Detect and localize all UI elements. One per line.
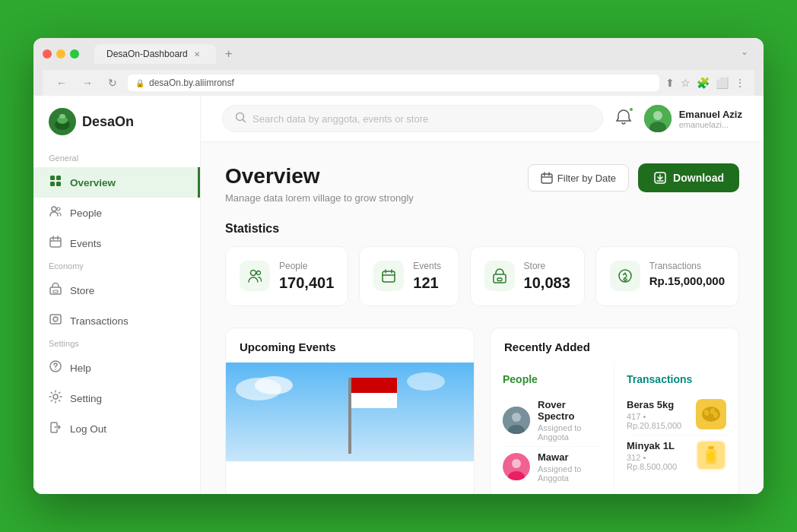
stat-card-transactions: Transactions Rp.15,000,000 [595, 246, 739, 306]
logo-area: DesaOn [33, 108, 200, 150]
stats-grid: People 170,401 [225, 246, 739, 306]
browser-chrome: DesaOn-Dashboard ✕ + ⌄ ← → ↻ 🔒 desaOn.by… [33, 38, 764, 96]
stat-events-info: Events 121 [413, 261, 441, 292]
stat-store-icon [491, 268, 508, 284]
economy-section-label: Economy [33, 258, 200, 275]
sidebar-item-logout[interactable]: Log Out [33, 413, 200, 444]
maximize-window-button[interactable] [70, 49, 79, 59]
recently-person-info-1: Mawar Assigned to Anggota [538, 451, 602, 483]
recently-person-avatar-1 [503, 453, 530, 480]
svg-rect-26 [383, 271, 395, 282]
sidebar-item-setting[interactable]: Setting [33, 383, 200, 413]
recently-transaction-sub-1: 312 • Rp.8,500,000 [627, 453, 688, 471]
address-bar[interactable]: 🔒 desaOn.by.aliimronsf [128, 74, 659, 91]
extensions-icon[interactable]: 🧩 [697, 77, 710, 89]
sidebar-item-label-transactions: Transactions [70, 315, 129, 327]
stat-people-icon-wrap [240, 261, 270, 291]
bookmark-icon[interactable]: ☆ [681, 77, 691, 89]
close-window-button[interactable] [43, 49, 52, 59]
back-button[interactable]: ← [52, 75, 71, 90]
page-actions: Filter by Date Download [528, 163, 739, 192]
svg-rect-35 [351, 378, 397, 393]
recently-people-col: People [491, 363, 614, 494]
sidebar: DesaOn General Overview [33, 96, 201, 494]
recently-transaction-name-0: Beras 5kg [627, 399, 688, 410]
stat-store-label: Store [524, 261, 570, 271]
svg-rect-6 [50, 182, 55, 186]
nav-bar: ← → ↻ 🔒 desaOn.by.aliimronsf ⬆ ☆ 🧩 ⬜ ⋮ [43, 70, 754, 96]
browser-window: DesaOn-Dashboard ✕ + ⌄ ← → ↻ 🔒 desaOn.by… [33, 38, 764, 494]
recently-transaction-name-1: Minyak 1L [627, 440, 688, 451]
stat-transactions-value: Rp.15,000,000 [649, 274, 725, 287]
tab-close-button[interactable]: ✕ [194, 50, 200, 59]
notification-badge [628, 106, 634, 112]
window-controls: ⌄ [741, 46, 754, 62]
tabs-row: DesaOn-Dashboard ✕ + [94, 44, 238, 64]
filter-by-date-button[interactable]: Filter by Date [528, 164, 629, 192]
recently-transaction-thumb-1 [696, 440, 726, 470]
upcoming-events-card: Upcoming Events [225, 328, 475, 494]
svg-rect-36 [351, 393, 397, 408]
svg-rect-49 [708, 446, 714, 449]
recently-transaction-item-0: Beras 5kg 417 • Rp.20,815,000 [627, 394, 726, 435]
notification-button[interactable] [615, 109, 632, 129]
svg-rect-13 [50, 315, 61, 324]
stat-people-info: People 170,401 [279, 261, 334, 292]
logo-icon [49, 108, 76, 135]
avatar-person-0 [503, 407, 530, 434]
user-area[interactable]: Emanuel Aziz emanuelazi... [644, 105, 742, 132]
event-image [226, 363, 474, 461]
new-tab-button[interactable]: + [219, 44, 238, 64]
recently-transaction-info-0: Beras 5kg 417 • Rp.20,815,000 [627, 399, 688, 430]
sidebar-item-store[interactable]: Store [33, 275, 200, 306]
people-icon [49, 204, 62, 221]
page-content: Overview Manage data lorem village to gr… [201, 142, 764, 494]
svg-point-17 [53, 394, 58, 399]
sidebar-item-help[interactable]: Help [33, 353, 200, 383]
main-area: Search data by anggota, events or store [201, 96, 764, 494]
avatar [644, 105, 672, 132]
page-header: Overview Manage data lorem village to gr… [225, 163, 739, 204]
menu-icon[interactable]: ⋮ [735, 77, 745, 89]
stat-events-icon-wrap [373, 261, 404, 291]
share-icon[interactable]: ⬆ [665, 77, 675, 89]
minimize-window-button[interactable] [56, 49, 65, 59]
svg-point-33 [407, 372, 445, 391]
recently-columns: People [491, 363, 738, 494]
page-title-block: Overview Manage data lorem village to gr… [225, 163, 414, 204]
recently-person-sub-1: Assigned to Anggota [538, 464, 602, 483]
stat-transactions-icon [617, 268, 633, 284]
active-tab[interactable]: DesaOn-Dashboard ✕ [94, 44, 216, 64]
sidebar-item-label-overview: Overview [70, 177, 116, 188]
transactions-icon [49, 312, 62, 329]
rice-thumbnail [697, 401, 725, 428]
filter-label: Filter by Date [557, 173, 616, 184]
profile-icon[interactable]: ⬜ [716, 77, 729, 89]
forward-button[interactable]: → [78, 75, 97, 90]
recently-person-avatar-0 [503, 407, 530, 434]
download-icon [653, 171, 667, 185]
recently-people-title: People [503, 373, 602, 385]
sidebar-item-overview[interactable]: Overview [33, 167, 200, 198]
refresh-button[interactable]: ↻ [103, 75, 122, 90]
svg-rect-5 [56, 176, 61, 180]
recently-people-item-0: Rover Spectro Assigned to Anggota [503, 394, 602, 447]
svg-point-51 [707, 451, 715, 462]
sidebar-item-label-store: Store [70, 285, 94, 296]
general-section-label: General [33, 150, 200, 167]
sidebar-item-people[interactable]: People [33, 198, 200, 228]
svg-rect-22 [541, 174, 552, 183]
svg-point-38 [512, 413, 521, 422]
sidebar-item-events[interactable]: Events [33, 228, 200, 258]
top-header: Search data by anggota, events or store [201, 96, 764, 142]
download-button[interactable]: Download [638, 163, 739, 192]
svg-point-41 [512, 459, 521, 468]
search-bar[interactable]: Search data by anggota, events or store [222, 105, 603, 132]
sidebar-item-label-people: People [70, 207, 102, 219]
sidebar-item-transactions[interactable]: Transactions [33, 306, 200, 336]
recently-transactions-col: Transactions Beras 5kg 417 • Rp.20,815,0… [614, 363, 738, 494]
recently-people-item-1: Mawar Assigned to Anggota [503, 447, 602, 487]
help-icon [49, 359, 62, 376]
recently-transactions-title: Transactions [627, 373, 726, 385]
traffic-lights [43, 49, 79, 59]
